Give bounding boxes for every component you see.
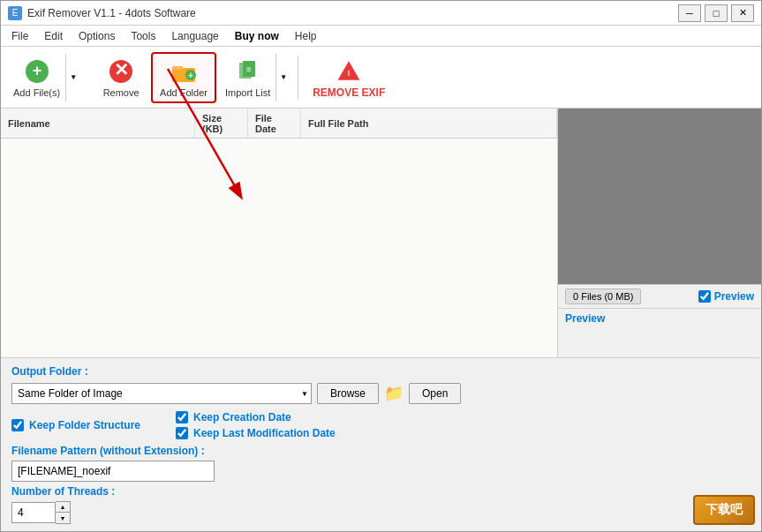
preview-image — [558, 109, 761, 285]
import-list-icon: ≡ — [234, 57, 262, 86]
spinner-btns: ▲ ▼ — [56, 501, 71, 524]
file-list-area: Filename Size (KB) File Date Full File P… — [1, 109, 558, 357]
import-list-dropdown[interactable]: ▼ — [275, 54, 290, 101]
close-button[interactable]: ✕ — [731, 4, 754, 22]
remove-label: Remove — [103, 87, 140, 98]
col-filename: Filename — [1, 109, 195, 138]
watermark: 下载吧 — [693, 495, 755, 525]
svg-text:+: + — [32, 62, 41, 79]
remove-exif-button[interactable]: ! REMOVE EXIF — [306, 53, 392, 102]
remove-exif-label: REMOVE EXIF — [313, 86, 385, 99]
add-files-icon: + — [23, 57, 51, 86]
options-row: Keep Folder Structure Keep Creation Date… — [11, 411, 751, 439]
toolbar-separator — [298, 56, 298, 100]
main-window: E Exif Remover V1.1 - 4dots Software ─ □… — [0, 0, 762, 532]
keep-last-modification-date-checkbox[interactable] — [176, 427, 188, 439]
open-button[interactable]: Open — [409, 383, 461, 404]
threads-increment[interactable]: ▲ — [56, 502, 70, 513]
remove-exif-icon: ! — [335, 56, 363, 85]
output-folder-row: Output Folder : — [11, 365, 751, 378]
title-bar-left: E Exif Remover V1.1 - 4dots Software — [8, 6, 196, 20]
browse-button[interactable]: Browse — [317, 383, 379, 404]
output-folder-select-wrapper: Same Folder of Image — [11, 383, 312, 404]
remove-icon: ✕ — [107, 57, 135, 86]
output-folder-label: Output Folder : — [11, 365, 88, 378]
threads-input-row: ▲ ▼ — [11, 501, 215, 524]
maximize-button[interactable]: □ — [705, 4, 728, 22]
menu-file[interactable]: File — [4, 28, 35, 44]
keep-creation-date-checkbox[interactable] — [176, 411, 188, 423]
menu-help[interactable]: Help — [288, 28, 324, 44]
filename-pattern-section: Filename Pattern (without Extension) : N… — [11, 445, 751, 524]
col-path: Full File Path — [301, 109, 557, 138]
filename-pattern-input[interactable] — [11, 461, 215, 482]
bottom-options: Output Folder : Same Folder of Image Bro… — [1, 357, 761, 531]
title-bar: E Exif Remover V1.1 - 4dots Software ─ □… — [1, 1, 761, 26]
preview-area: 0 Files (0 MB) Preview Preview — [558, 109, 761, 357]
add-files-label: Add File(s) — [13, 87, 60, 98]
svg-text:✕: ✕ — [114, 60, 129, 79]
preview-section-label: Preview — [558, 309, 761, 328]
threads-label-inline: Number of Threads : — [11, 485, 215, 498]
import-list-label: Import List — [225, 87, 270, 98]
app-icon: E — [8, 6, 22, 20]
menu-buy-now[interactable]: Buy now — [228, 28, 286, 44]
preview-checkbox[interactable] — [698, 290, 711, 303]
threads-input[interactable] — [11, 502, 56, 523]
add-folder-button[interactable]: + Add Folder — [151, 52, 216, 103]
menu-edit[interactable]: Edit — [37, 28, 70, 44]
output-folder-section: Same Folder of Image Browse 📁 Open — [11, 383, 751, 404]
filename-pattern-label: Filename Pattern (without Extension) : — [11, 445, 215, 457]
right-checkboxes: Keep Creation Date Keep Last Modificatio… — [176, 411, 336, 439]
threads-decrement[interactable]: ▼ — [56, 513, 70, 523]
svg-text:≡: ≡ — [246, 64, 252, 74]
keep-creation-date-label[interactable]: Keep Creation Date — [176, 411, 336, 423]
add-files-dropdown[interactable]: ▼ — [65, 54, 80, 101]
add-files-button[interactable]: + Add File(s) — [8, 54, 65, 101]
window-title: Exif Remover V1.1 - 4dots Software — [27, 7, 196, 19]
col-date: File Date — [248, 109, 301, 138]
menu-language[interactable]: Language — [164, 28, 225, 44]
remove-button[interactable]: ✕ Remove — [94, 54, 147, 101]
file-list-body — [1, 139, 557, 357]
preview-info: 0 Files (0 MB) Preview — [558, 285, 761, 309]
svg-text:!: ! — [348, 69, 351, 78]
import-list-button[interactable]: ≡ Import List — [220, 54, 275, 101]
open-folder-icon: 📁 — [384, 384, 404, 403]
file-list-header: Filename Size (KB) File Date Full File P… — [1, 109, 557, 139]
toolbar: + Add File(s) ▼ ✕ Remove — [1, 47, 761, 109]
menu-tools[interactable]: Tools — [124, 28, 162, 44]
title-bar-controls: ─ □ ✕ — [678, 4, 754, 22]
minimize-button[interactable]: ─ — [678, 4, 701, 22]
add-folder-icon: + — [170, 57, 198, 86]
menu-options[interactable]: Options — [72, 28, 122, 44]
preview-checkbox-label[interactable]: Preview — [698, 290, 754, 303]
output-folder-select[interactable]: Same Folder of Image — [11, 383, 312, 404]
add-folder-label: Add Folder — [160, 87, 207, 98]
svg-text:+: + — [188, 71, 193, 80]
filename-pattern-left: Filename Pattern (without Extension) : N… — [11, 445, 215, 524]
main-content: Filename Size (KB) File Date Full File P… — [1, 109, 761, 357]
keep-folder-structure-label[interactable]: Keep Folder Structure — [11, 411, 140, 439]
files-count: 0 Files (0 MB) — [565, 288, 641, 304]
col-size: Size (KB) — [195, 109, 248, 138]
menu-bar: File Edit Options Tools Language Buy now… — [1, 26, 761, 47]
keep-folder-structure-checkbox[interactable] — [11, 419, 24, 431]
svg-rect-5 — [172, 66, 183, 70]
keep-last-modification-date-label[interactable]: Keep Last Modification Date — [176, 427, 336, 439]
